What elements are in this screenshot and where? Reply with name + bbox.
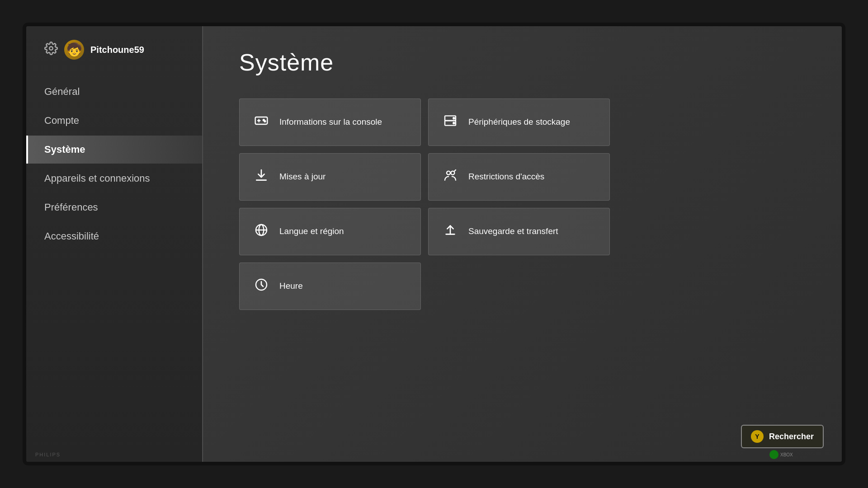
grid-item-restrictions[interactable]: Restrictions d'accès [428,153,610,201]
sidebar-item-accessibilite[interactable]: Accessibilité [26,222,202,250]
grid-label-storage: Périphériques de stockage [468,117,570,128]
svg-line-14 [454,170,456,171]
grid-item-console-info[interactable]: Informations sur la console [239,99,421,146]
svg-point-9 [453,122,454,124]
system-grid: Informations sur la console Périphérique… [239,99,610,310]
nav-menu: Général Compte Système Appareils et conn… [26,78,202,250]
grid-label-console-info: Informations sur la console [279,117,382,128]
grid-item-storage[interactable]: Périphériques de stockage [428,99,610,146]
grid-label-updates: Mises à jour [279,171,326,183]
main-content: Système Informations sur la console [203,26,842,462]
y-button-icon: Y [751,430,764,443]
sidebar-item-compte[interactable]: Compte [26,107,202,135]
sidebar-item-appareils[interactable]: Appareils et connexions [26,164,202,192]
clock-icon [253,277,269,295]
svg-point-0 [49,47,53,50]
restrictions-icon [442,168,458,186]
xbox-ball-icon [769,450,778,459]
transfer-icon [442,223,458,240]
svg-point-13 [451,171,454,175]
profile-header: 🧒 Pitchoune59 [26,40,202,78]
download-icon [253,168,269,186]
globe-icon [253,223,269,240]
sidebar-item-preferences[interactable]: Préférences [26,193,202,221]
grid-label-restrictions: Restrictions d'accès [468,171,544,183]
svg-point-8 [453,117,454,119]
grid-label-time: Heure [279,281,303,292]
xbox-logo: XBOX [769,450,797,459]
avatar: 🧒 [64,40,84,60]
username: Pitchoune59 [90,45,144,55]
brand-label: PHILIPS [35,452,61,457]
search-label: Rechercher [769,432,814,441]
sidebar-item-systeme[interactable]: Système [26,136,202,164]
grid-item-backup[interactable]: Sauvegarde et transfert [428,208,610,255]
grid-item-time[interactable]: Heure [239,263,421,310]
grid-item-language[interactable]: Langue et région [239,208,421,255]
svg-point-12 [447,171,450,175]
bottom-bar: Y Rechercher [741,425,824,448]
gear-icon [44,42,58,58]
page-title: Système [239,49,815,76]
storage-icon [442,113,458,131]
sidebar: 🧒 Pitchoune59 Général Compte Système App… [26,26,203,462]
console-icon [253,113,269,131]
svg-point-5 [264,121,266,122]
grid-label-language: Langue et région [279,226,344,237]
sidebar-item-general[interactable]: Général [26,78,202,106]
search-button[interactable]: Y Rechercher [741,425,824,448]
grid-item-updates[interactable]: Mises à jour [239,153,421,201]
grid-label-backup: Sauvegarde et transfert [468,226,558,237]
xbox-text: XBOX [780,452,793,457]
